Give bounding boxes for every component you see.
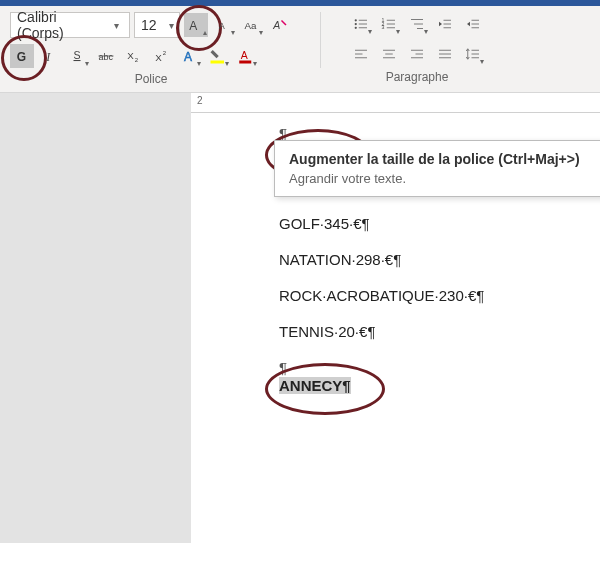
decrease-indent-icon <box>436 15 454 33</box>
align-left-button[interactable] <box>349 42 373 66</box>
chevron-down-icon: ▾ <box>163 20 180 31</box>
chevron-down-icon: ▾ <box>368 27 372 36</box>
chevron-down-icon: ▾ <box>104 20 129 31</box>
font-color-button[interactable]: A ▾ <box>234 44 258 68</box>
bullets-button[interactable]: ▾ <box>349 12 373 36</box>
chevron-down-icon: ▾ <box>197 59 201 68</box>
strikethrough-icon: abc <box>97 47 115 65</box>
svg-point-21 <box>355 27 357 29</box>
bold-button[interactable]: G <box>10 44 34 68</box>
horizontal-ruler[interactable]: 2 <box>191 93 600 113</box>
clear-formatting-icon: A <box>271 16 289 34</box>
group-label-paragraph: Paragraphe <box>386 70 449 84</box>
svg-rect-16 <box>239 61 251 64</box>
italic-icon: I <box>41 47 59 65</box>
svg-text:2: 2 <box>135 57 139 63</box>
align-right-button[interactable] <box>405 42 429 66</box>
align-center-button[interactable] <box>377 42 401 66</box>
svg-text:A: A <box>241 49 248 61</box>
svg-text:X: X <box>127 50 134 61</box>
highlight-button[interactable]: ▾ <box>206 44 230 68</box>
svg-text:G: G <box>17 50 26 64</box>
align-center-icon <box>380 45 398 63</box>
shrink-font-button[interactable]: A ▾ <box>212 13 236 37</box>
superscript-icon: X2 <box>153 47 171 65</box>
justify-icon <box>436 45 454 63</box>
clear-formatting-button[interactable]: A <box>268 13 292 37</box>
align-right-icon <box>408 45 426 63</box>
grow-font-button[interactable]: A ▴ <box>184 13 208 37</box>
doc-line: GOLF·345·€¶ <box>279 215 600 233</box>
svg-text:A: A <box>184 50 192 64</box>
ruler-strip: 2 <box>0 93 600 113</box>
text-effects-button[interactable]: A ▾ <box>178 44 202 68</box>
group-font: Calibri (Corps) ▾ 12 ▾ A ▴ A ▾ Aa <box>10 12 292 92</box>
tooltip: Augmenter la taille de la police (Ctrl+M… <box>274 140 600 197</box>
ruler-mark: 2 <box>197 95 203 106</box>
justify-button[interactable] <box>433 42 457 66</box>
chevron-down-icon: ▾ <box>424 27 428 36</box>
multilevel-list-button[interactable]: ▾ <box>405 12 429 36</box>
line-spacing-button[interactable]: ▾ <box>461 42 485 66</box>
group-paragraph: ▾ 123▾ ▾ ▾ Paragraphe <box>349 12 485 92</box>
svg-text:A: A <box>189 19 197 33</box>
tooltip-body: Agrandir votre texte. <box>289 171 589 186</box>
ribbon: Calibri (Corps) ▾ 12 ▾ A ▴ A ▾ Aa <box>0 6 600 93</box>
paragraph-mark <box>279 359 600 377</box>
italic-button[interactable]: I <box>38 44 62 68</box>
svg-text:Aa: Aa <box>245 20 258 31</box>
doc-line: ANNECY¶ <box>279 377 600 395</box>
caret-up-icon: ▴ <box>203 28 207 37</box>
doc-line: TENNIS·20·€¶ <box>279 323 600 341</box>
doc-line: NATATION·298·€¶ <box>279 251 600 269</box>
svg-text:I: I <box>45 50 51 64</box>
decrease-indent-button[interactable] <box>433 12 457 36</box>
subscript-button[interactable]: X2 <box>122 44 146 68</box>
font-size-value: 12 <box>135 17 163 33</box>
group-label-font: Police <box>135 72 168 86</box>
increase-indent-button[interactable] <box>461 12 485 36</box>
superscript-button[interactable]: X2 <box>150 44 174 68</box>
svg-text:3: 3 <box>382 24 385 30</box>
align-left-icon <box>352 45 370 63</box>
bold-icon: G <box>13 47 31 65</box>
doc-line: ROCK·ACROBATIQUE·230·€¶ <box>279 287 600 305</box>
svg-point-19 <box>355 23 357 25</box>
increase-indent-icon <box>464 15 482 33</box>
numbering-button[interactable]: 123▾ <box>377 12 401 36</box>
chevron-down-icon: ▾ <box>85 59 89 68</box>
page-gutter <box>0 113 191 543</box>
underline-button[interactable]: S ▾ <box>66 44 90 68</box>
font-name-value: Calibri (Corps) <box>11 9 104 41</box>
strikethrough-button[interactable]: abc <box>94 44 118 68</box>
svg-text:X: X <box>155 52 162 63</box>
chevron-down-icon: ▾ <box>480 57 484 66</box>
svg-text:2: 2 <box>163 50 167 56</box>
svg-point-17 <box>355 19 357 21</box>
chevron-down-icon: ▾ <box>396 27 400 36</box>
chevron-down-icon: ▾ <box>225 59 229 68</box>
svg-text:abc: abc <box>99 52 114 62</box>
svg-rect-14 <box>211 61 225 64</box>
selected-text: ANNECY <box>279 377 342 394</box>
font-size-combo[interactable]: 12 ▾ <box>134 12 180 38</box>
svg-text:S: S <box>74 49 81 61</box>
change-case-button[interactable]: Aa ▾ <box>240 13 264 37</box>
chevron-down-icon: ▾ <box>259 28 263 37</box>
svg-text:A: A <box>272 19 280 31</box>
subscript-icon: X2 <box>125 47 143 65</box>
caret-down-icon: ▾ <box>231 28 235 37</box>
group-separator <box>320 12 321 68</box>
chevron-down-icon: ▾ <box>253 59 257 68</box>
tooltip-title: Augmenter la taille de la police (Ctrl+M… <box>289 151 589 167</box>
svg-text:A: A <box>219 21 225 31</box>
font-name-combo[interactable]: Calibri (Corps) ▾ <box>10 12 130 38</box>
